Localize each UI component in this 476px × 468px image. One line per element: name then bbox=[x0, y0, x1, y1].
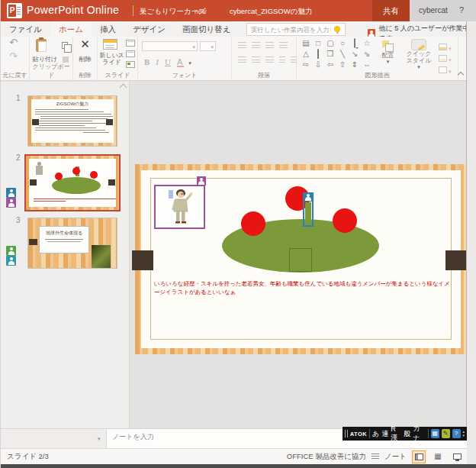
font-size-dropdown[interactable]: ▾ bbox=[200, 41, 216, 51]
remote-selection-purple[interactable] bbox=[154, 185, 205, 229]
slide-editing-canvas[interactable]: いろいろな経歴・スキルを持った老若男女、年齢も職業も住んでいる地域も違うメンバー… bbox=[130, 82, 467, 428]
panel-scroll-up-icon[interactable] bbox=[120, 84, 127, 92]
notes-collapse-icon[interactable]: ▾ bbox=[98, 436, 101, 442]
search-input[interactable] bbox=[251, 24, 331, 34]
italic-button[interactable]: I bbox=[156, 57, 159, 66]
ime-mode-hiragana[interactable]: あ bbox=[372, 429, 379, 439]
slide-left-handle-shape[interactable] bbox=[132, 250, 153, 270]
rounded-rectangle-shape[interactable]: ▢ bbox=[324, 38, 336, 49]
font-color-caret[interactable]: ▾ bbox=[188, 60, 191, 66]
green-square-shape[interactable] bbox=[289, 248, 312, 272]
slide-1-number: 1 bbox=[16, 94, 21, 102]
tab-home[interactable]: ホーム bbox=[50, 21, 92, 37]
redo-button[interactable]: ↷ bbox=[9, 50, 18, 62]
slideshow-view-button[interactable] bbox=[450, 450, 464, 463]
remote-selection-teal[interactable] bbox=[303, 192, 314, 227]
red-circle-right[interactable] bbox=[333, 208, 357, 233]
quick-styles-caret: ▾ bbox=[403, 64, 435, 70]
double-arrow-line-shape[interactable]: ⇘ bbox=[361, 49, 373, 60]
collapse-ribbon-icon[interactable] bbox=[458, 72, 464, 78]
align-right-icon[interactable] bbox=[265, 56, 274, 63]
align-text-icon[interactable] bbox=[291, 56, 297, 63]
slide-right-handle-shape[interactable] bbox=[445, 250, 467, 270]
bold-button[interactable]: B bbox=[144, 57, 150, 66]
delete-icon[interactable]: ✕ bbox=[73, 37, 97, 51]
star-shape[interactable]: ☆ bbox=[361, 38, 373, 49]
up-arrow-shape[interactable]: ⇧ bbox=[336, 60, 349, 70]
arrow-line-shape[interactable]: ↘ bbox=[349, 49, 361, 60]
person-illustration bbox=[156, 186, 204, 228]
left-right-arrow-shape[interactable]: ⇔ bbox=[361, 60, 373, 70]
bullets-icon[interactable] bbox=[238, 42, 246, 48]
slide-1-title: ZIGSOWの魅力 bbox=[31, 101, 114, 108]
notes-input[interactable] bbox=[112, 433, 341, 441]
ime-mode-roman-kanji[interactable]: R漢 bbox=[391, 425, 401, 443]
numbering-icon[interactable] bbox=[252, 42, 260, 48]
ime-help-icon[interactable]: ? bbox=[452, 429, 461, 438]
text-direction-icon[interactable] bbox=[279, 56, 285, 63]
arrange-button[interactable]: 配置 ▾ bbox=[375, 37, 401, 65]
notes-toggle-icon[interactable] bbox=[371, 453, 379, 460]
feedback-link[interactable]: OFFICE 製品改善に協力 bbox=[287, 452, 366, 462]
ime-more-icon[interactable]: ▴▾ bbox=[463, 430, 465, 437]
underline-button[interactable]: U bbox=[165, 57, 171, 66]
share-button[interactable]: 共有 bbox=[372, 0, 410, 21]
left-arrow-shape[interactable]: ⇦ bbox=[324, 60, 336, 70]
reset-slide-icon[interactable] bbox=[126, 50, 135, 57]
slide-2-number: 2 bbox=[16, 153, 21, 162]
down-arrow-shape[interactable]: ⇩ bbox=[312, 60, 324, 70]
line-shape[interactable]: ╲ bbox=[336, 49, 349, 60]
slide-2-editing-surface[interactable]: いろいろな経歴・スキルを持った老若男女、年齢も職業も住んでいる地域も違うメンバー… bbox=[135, 164, 467, 354]
slide-1-thumbnail[interactable]: ZIGSOWの魅力 bbox=[27, 95, 117, 147]
quick-styles-button[interactable]: クイック スタイル ▾ bbox=[403, 37, 435, 70]
red-circle-left[interactable] bbox=[241, 211, 265, 236]
ime-mode-renbunsetsu[interactable]: 連 bbox=[381, 429, 388, 439]
user-name[interactable]: cybercat bbox=[419, 6, 448, 15]
align-left-icon[interactable] bbox=[238, 56, 246, 63]
align-center-icon[interactable] bbox=[252, 56, 260, 63]
ime-mode-kana[interactable]: カナ bbox=[413, 424, 426, 444]
slide-3-thumbnail[interactable]: 地球外生命体現る bbox=[27, 218, 117, 269]
help-button[interactable]: ? bbox=[459, 5, 464, 15]
ime-mode-general[interactable]: 般 bbox=[404, 429, 410, 439]
notes-toggle-label[interactable]: ノート bbox=[384, 452, 407, 462]
group-paragraph: 段落 bbox=[232, 37, 297, 80]
oval-shape[interactable]: ○ bbox=[336, 38, 349, 49]
triangle-shape[interactable]: △ bbox=[300, 49, 312, 60]
slide-2-thumbnail-selected[interactable] bbox=[24, 154, 121, 211]
slide-sorter-view-button[interactable]: ▦ bbox=[431, 450, 445, 463]
copy-icon[interactable] bbox=[62, 42, 68, 49]
font-color-button[interactable]: A bbox=[177, 57, 182, 66]
tab-design[interactable]: デザイン bbox=[124, 21, 174, 37]
ime-pen-icon[interactable]: ✎ bbox=[442, 429, 450, 438]
text-box-shape[interactable]: ▤ bbox=[300, 38, 312, 49]
up-down-arrow-shape[interactable]: ⇕ bbox=[349, 60, 361, 70]
window-bottom-edge bbox=[1, 464, 476, 468]
cube-shape[interactable]: ❒ bbox=[324, 49, 336, 60]
slide-note-text[interactable]: いろいろな経歴・スキルを持った老若男女、年齢も職業も住んでいる地域も違うメンバー… bbox=[154, 279, 455, 296]
new-slide-icon[interactable] bbox=[103, 39, 117, 50]
ime-pad-icon[interactable]: ▦ bbox=[431, 429, 439, 438]
normal-view-button[interactable] bbox=[412, 450, 426, 463]
tab-file[interactable]: ファイル bbox=[1, 21, 50, 37]
powerpoint-logo-icon[interactable]: P bbox=[7, 3, 22, 18]
font-name-dropdown[interactable]: ▾ bbox=[142, 41, 198, 51]
outdent-icon[interactable] bbox=[265, 42, 274, 48]
format-painter-icon[interactable] bbox=[63, 56, 69, 63]
layout-icon[interactable] bbox=[126, 40, 135, 47]
tab-transitions[interactable]: 画面切り替え bbox=[174, 21, 240, 37]
indent-icon[interactable] bbox=[279, 42, 288, 48]
duplicate-slide-icon[interactable] bbox=[126, 61, 135, 68]
delete-button[interactable]: 削除 bbox=[73, 55, 97, 63]
paste-icon[interactable] bbox=[36, 39, 47, 52]
document-title[interactable]: cybercat_ZIGSOWの魅力 bbox=[230, 7, 312, 17]
new-slide-button[interactable]: 新しいスライド bbox=[98, 52, 126, 66]
ime-toolbar[interactable]: ATOK あ 連 R漢 般 カナ ▦ ✎ ? ▴▾ bbox=[343, 427, 467, 441]
callout-shape[interactable] bbox=[349, 38, 361, 49]
right-arrow-shape[interactable]: ⇨ bbox=[300, 60, 312, 70]
cylinder-shape[interactable] bbox=[312, 49, 324, 60]
ime-drag-handle[interactable] bbox=[345, 430, 348, 437]
undo-button[interactable]: ↶ bbox=[9, 37, 18, 48]
tab-insert[interactable]: 挿入 bbox=[92, 21, 124, 37]
rectangle-shape[interactable]: □ bbox=[312, 38, 324, 49]
